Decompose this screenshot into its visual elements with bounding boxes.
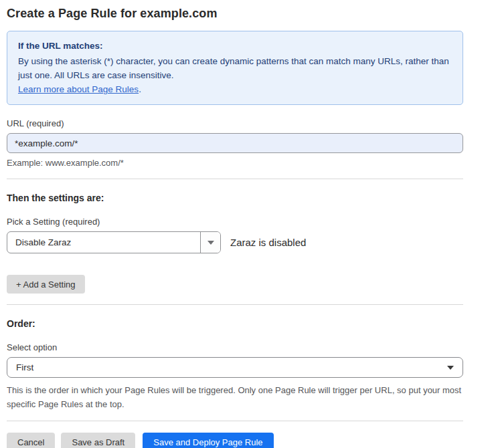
cancel-button[interactable]: Cancel (7, 433, 55, 448)
add-setting-button[interactable]: + Add a Setting (7, 275, 85, 294)
url-example-hint: Example: www.example.com/* (7, 158, 463, 168)
create-page-rule-form: Create a Page Rule for example.com If th… (0, 0, 502, 448)
info-box-body-text: By using the asterisk (*) character, you… (18, 56, 449, 80)
pick-setting-label: Pick a Setting (required) (7, 217, 463, 227)
order-section-heading: Order: (7, 318, 463, 329)
save-and-deploy-button[interactable]: Save and Deploy Page Rule (143, 433, 273, 448)
setting-select[interactable]: Disable Zaraz (7, 231, 221, 253)
divider (7, 421, 463, 421)
setting-select-arrow-button[interactable] (200, 232, 220, 253)
url-input[interactable] (7, 133, 463, 153)
order-select-label: Select option (7, 342, 463, 352)
settings-section-heading: Then the settings are: (7, 193, 463, 203)
divider (7, 304, 463, 305)
setting-status-text: Zaraz is disabled (230, 237, 306, 248)
order-help-text: This is the order in which your Page Rul… (7, 383, 463, 411)
chevron-down-icon (207, 241, 214, 245)
learn-more-link[interactable]: Learn more about Page Rules (18, 84, 139, 94)
page-title: Create a Page Rule for example.com (7, 7, 463, 21)
url-match-info-box: If the URL matches: By using the asteris… (7, 31, 463, 105)
save-as-draft-button[interactable]: Save as Draft (61, 433, 135, 448)
setting-row: Disable Zaraz Zaraz is disabled (7, 231, 463, 253)
order-select-value: First (16, 362, 33, 372)
form-actions: Cancel Save as Draft Save and Deploy Pag… (7, 433, 463, 448)
order-select[interactable]: First (7, 357, 463, 378)
setting-select-value: Disable Zaraz (7, 232, 200, 253)
info-box-heading: If the URL matches: (18, 39, 452, 53)
divider (7, 179, 463, 179)
chevron-down-icon (447, 366, 454, 370)
url-field-label: URL (required) (7, 118, 463, 128)
link-suffix: . (139, 84, 141, 94)
info-box-body: By using the asterisk (*) character, you… (18, 54, 452, 96)
